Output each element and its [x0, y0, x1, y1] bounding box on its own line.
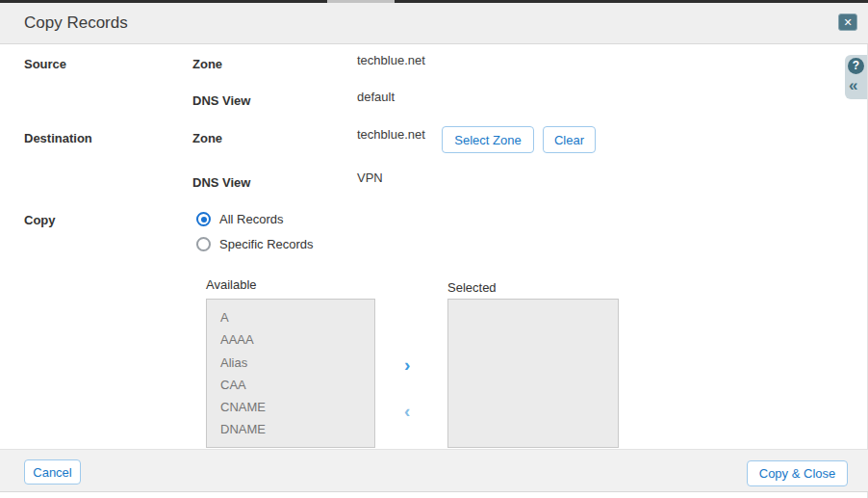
- collapse-panel-icon[interactable]: «: [849, 76, 857, 95]
- radio-all-records[interactable]: All Records: [196, 210, 283, 225]
- help-side-tab: ? «: [845, 55, 867, 99]
- cancel-button[interactable]: Cancel: [24, 459, 81, 485]
- radio-all-records-label: All Records: [219, 212, 283, 226]
- list-item[interactable]: AAAA: [207, 328, 374, 351]
- copy-and-close-button[interactable]: Copy & Close: [747, 460, 848, 486]
- dialog-footer: Cancel Copy & Close: [0, 449, 868, 492]
- list-item[interactable]: CNAME: [207, 396, 374, 418]
- destination-dns-view-value: VPN: [357, 170, 383, 185]
- radio-specific-records[interactable]: Specific Records: [196, 235, 314, 250]
- move-right-icon[interactable]: ›: [404, 355, 410, 375]
- available-list-label: Available: [206, 277, 257, 292]
- list-item[interactable]: A: [207, 306, 374, 328]
- destination-zone-label: Zone: [192, 131, 222, 145]
- list-item[interactable]: Alias: [207, 352, 374, 374]
- close-icon[interactable]: ✕: [838, 13, 857, 31]
- destination-section-label: Destination: [24, 131, 92, 145]
- radio-button-icon[interactable]: [196, 212, 211, 226]
- move-left-icon[interactable]: ‹: [404, 402, 410, 421]
- selected-list-label: Selected: [447, 280, 497, 295]
- list-item[interactable]: DNAME: [207, 418, 374, 440]
- destination-dns-view-label: DNS View: [192, 175, 250, 190]
- radio-specific-records-label: Specific Records: [219, 237, 314, 251]
- available-listbox[interactable]: AAAAAAliasCAACNAMEDNAMEHost: [206, 299, 375, 448]
- selected-listbox[interactable]: [447, 299, 619, 448]
- radio-button-icon[interactable]: [196, 237, 211, 251]
- list-item[interactable]: Host: [207, 441, 374, 448]
- source-zone-value: techblue.net: [357, 53, 425, 67]
- source-dns-view-value: default: [357, 90, 395, 104]
- dialog-title: Copy Records: [24, 13, 128, 33]
- source-section-label: Source: [24, 57, 66, 71]
- source-zone-label: Zone: [192, 57, 222, 71]
- dialog-header: Copy Records ✕: [0, 3, 868, 44]
- list-item[interactable]: CAA: [207, 374, 374, 396]
- clear-button[interactable]: Clear: [543, 126, 596, 153]
- help-icon[interactable]: ?: [848, 58, 864, 74]
- destination-zone-value: techblue.net: [357, 127, 425, 142]
- copy-section-label: Copy: [24, 213, 56, 227]
- copy-records-dialog: Copy Records ✕ ? « Source Zone techblue.…: [0, 0, 868, 498]
- select-zone-button[interactable]: Select Zone: [442, 126, 534, 153]
- source-dns-view-label: DNS View: [192, 93, 250, 108]
